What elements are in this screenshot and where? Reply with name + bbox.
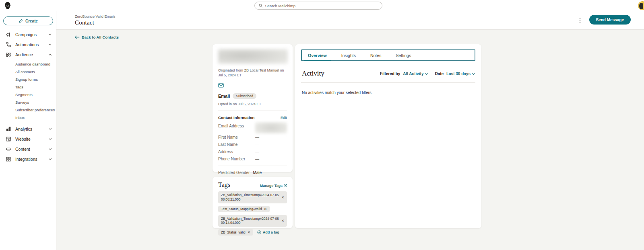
content-icon	[5, 146, 11, 152]
empty-activity-message: No activities match your selected filter…	[301, 90, 475, 95]
field-label: Address	[218, 150, 255, 154]
sidebar-item-audience[interactable]: Audience	[0, 49, 56, 59]
chevron-down-icon	[49, 157, 52, 160]
pencil-icon	[19, 19, 23, 23]
sidebar-item-label: Website	[15, 137, 49, 141]
chevron-down-icon	[49, 127, 52, 130]
predicted-gender-row: Predicted Gender Male	[218, 170, 287, 175]
page-title: Contact	[75, 19, 94, 26]
activity-panel: Overview Insights Notes Settings Activit…	[295, 44, 481, 228]
create-button[interactable]: Create	[3, 16, 53, 25]
divider	[218, 111, 287, 111]
sidebar-nav: Campaigns Automations Audience Audience …	[0, 29, 56, 164]
back-to-all-contacts-link[interactable]: Back to All Contacts	[75, 35, 119, 39]
megaphone-icon	[5, 31, 11, 37]
activity-filter-dropdown[interactable]: All Activity	[403, 72, 427, 76]
sidebar-item-segments[interactable]: Segments	[0, 91, 56, 98]
arrow-left-icon	[75, 35, 80, 39]
global-search[interactable]	[254, 2, 382, 10]
tag-label: ZB_Validation_Timestamp=2024-07-05 08:08…	[221, 193, 279, 202]
add-tag-label: Add a tag	[263, 230, 279, 234]
tab-overview[interactable]: Overview	[304, 50, 331, 60]
manage-tags-link[interactable]: Manage Tags	[260, 184, 287, 188]
send-message-button[interactable]: Send Message	[589, 15, 631, 25]
sidebar-item-label: Content	[15, 147, 49, 152]
search-input[interactable]	[265, 4, 378, 8]
remove-tag-icon[interactable]: ✕	[248, 230, 250, 234]
sidebar-item-integrations[interactable]: Integrations	[0, 154, 56, 164]
date-filter: Date Last 30 days	[435, 72, 475, 76]
sidebar: Create Campaigns Automations Audience Au…	[0, 11, 56, 250]
predicted-value: Male	[253, 170, 262, 175]
browser-icon	[5, 136, 11, 142]
sidebar-item-website[interactable]: Website	[0, 134, 56, 144]
date-filter-dropdown[interactable]: Last 30 days	[446, 72, 475, 76]
contact-summary-card: Originated from ZB Local Test Manuel on …	[213, 44, 293, 172]
more-options-button[interactable]	[577, 16, 583, 25]
sidebar-item-label: Audience	[15, 52, 49, 57]
divider	[301, 82, 475, 83]
field-phone-number: Phone Number —	[218, 157, 287, 161]
sidebar-item-subscriber-preferences[interactable]: Subscriber preferences	[0, 106, 56, 114]
sidebar-item-surveys[interactable]: Surveys	[0, 98, 56, 106]
chevron-down-icon	[425, 72, 428, 74]
field-label: First Name	[218, 135, 255, 139]
tags-title: Tags	[218, 181, 230, 189]
remove-tag-icon[interactable]: ✕	[281, 195, 284, 199]
tab-insights[interactable]: Insights	[337, 50, 360, 60]
sidebar-item-tags[interactable]: Tags	[0, 83, 56, 91]
filtered-by-label: Filtered by	[380, 72, 400, 76]
page-header: ZeroBounce Valid Emails Contact Send Mes…	[56, 11, 644, 30]
grid-icon	[5, 156, 11, 162]
contact-information-title: Contact Information	[218, 115, 254, 120]
people-icon	[5, 51, 11, 57]
tag-chip: Test_Status_Mapping=valid ✕	[218, 206, 270, 212]
create-button-label: Create	[25, 19, 38, 23]
workflow-icon	[5, 41, 11, 47]
sidebar-item-automations[interactable]: Automations	[0, 39, 56, 49]
tag-label: ZB_Status=valid	[221, 230, 246, 234]
sidebar-item-campaigns[interactable]: Campaigns	[0, 29, 56, 39]
sidebar-item-label: Analytics	[15, 127, 49, 131]
add-tag-button[interactable]: Add a tag	[257, 230, 279, 234]
contact-tabs: Overview Insights Notes Settings	[301, 49, 475, 61]
chevron-down-icon	[49, 137, 52, 140]
top-bar	[0, 0, 644, 11]
mailchimp-logo[interactable]	[3, 1, 12, 10]
manage-tags-label: Manage Tags	[260, 184, 283, 188]
remove-tag-icon[interactable]: ✕	[264, 207, 267, 211]
sidebar-item-label: Campaigns	[15, 32, 49, 37]
edit-link[interactable]: Edit	[281, 115, 287, 120]
date-label: Date	[435, 72, 444, 76]
sidebar-item-all-contacts[interactable]: All contacts	[0, 68, 56, 76]
user-avatar[interactable]	[638, 1, 644, 10]
sidebar-item-label: Automations	[15, 42, 49, 47]
plus-circle-icon	[257, 230, 261, 234]
email-channel-icon	[218, 82, 287, 89]
sidebar-item-inbox[interactable]: Inbox	[0, 114, 56, 121]
tag-chip: ZB_Status=valid ✕	[218, 229, 253, 236]
sidebar-item-content[interactable]: Content	[0, 144, 56, 154]
activity-title: Activity	[302, 70, 380, 78]
chevron-down-icon	[49, 43, 52, 45]
breadcrumb[interactable]: ZeroBounce Valid Emails	[75, 14, 115, 18]
contact-name-redacted	[218, 49, 288, 64]
tab-notes[interactable]: Notes	[366, 50, 385, 60]
field-value: —	[255, 157, 259, 161]
sidebar-item-signup-forms[interactable]: Signup forms	[0, 76, 56, 83]
tab-settings[interactable]: Settings	[392, 50, 415, 60]
chevron-down-icon	[49, 147, 52, 150]
activity-filter: Filtered by All Activity	[380, 72, 428, 76]
originated-text: Originated from ZB Local Test Manuel on …	[218, 68, 287, 78]
divider	[218, 166, 287, 166]
remove-tag-icon[interactable]: ✕	[281, 219, 284, 223]
field-first-name: First Name —	[218, 135, 287, 139]
tag-label: Test_Status_Mapping=valid	[221, 207, 262, 211]
field-address: Address —	[218, 150, 287, 154]
tag-label: ZB_Validation_Timestamp=2024-07-08 09:14…	[221, 217, 279, 225]
sidebar-item-analytics[interactable]: Analytics	[0, 124, 56, 134]
date-filter-value: Last 30 days	[446, 72, 471, 76]
sidebar-item-audience-dashboard[interactable]: Audience dashboard	[0, 60, 56, 68]
chevron-down-icon	[472, 72, 475, 74]
field-label: Email Address	[218, 124, 255, 128]
